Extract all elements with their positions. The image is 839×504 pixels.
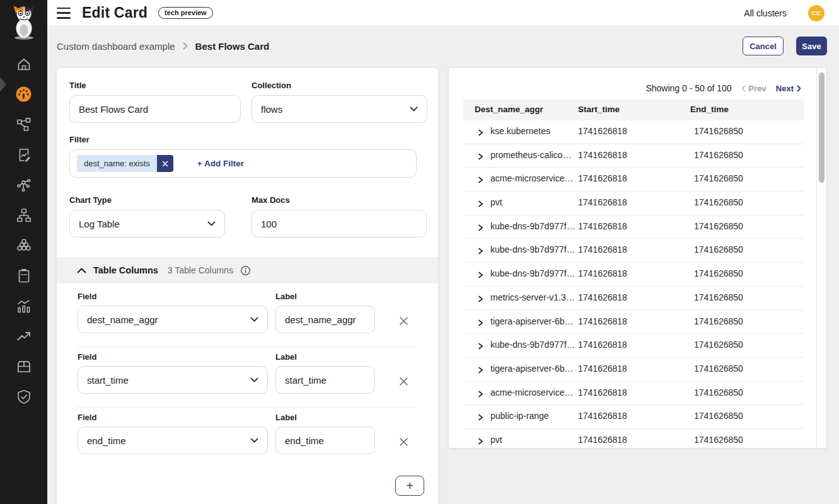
sidebar-item-dashboards-active[interactable] bbox=[14, 86, 33, 103]
sidebar-item-security[interactable] bbox=[14, 388, 33, 405]
field-label: Field bbox=[78, 413, 96, 422]
sidebar-item-analytics[interactable] bbox=[14, 297, 33, 314]
collection-select[interactable]: flows bbox=[252, 95, 427, 123]
cell-end-time: 1741626850 bbox=[694, 340, 743, 350]
table-row[interactable]: prometheus-calico… 1741626818 1741626850 bbox=[463, 144, 804, 168]
cell-dest-name-aggr: acme-microservice… bbox=[490, 173, 573, 183]
chevron-down-icon bbox=[410, 106, 418, 112]
scrollbar-thumb[interactable] bbox=[819, 72, 825, 183]
field-select[interactable]: end_time bbox=[78, 427, 268, 454]
max-docs-input[interactable] bbox=[252, 210, 427, 238]
expand-row-icon[interactable] bbox=[478, 343, 483, 350]
expand-row-icon[interactable] bbox=[478, 295, 483, 302]
sidebar-item-service-graph[interactable] bbox=[14, 116, 33, 133]
expand-row-icon[interactable] bbox=[478, 153, 483, 160]
filter-box[interactable]: dest_name: exists + Add Filter bbox=[69, 149, 417, 178]
info-icon[interactable] bbox=[240, 265, 251, 276]
expand-row-icon[interactable] bbox=[478, 248, 483, 255]
chevron-left-icon bbox=[741, 85, 746, 92]
cell-start-time: 1741626818 bbox=[578, 340, 627, 350]
column-label-input[interactable] bbox=[275, 427, 375, 454]
table-row[interactable]: kse.kubernetes 1741626818 1741626850 bbox=[463, 120, 804, 144]
cell-start-time: 1741626818 bbox=[578, 173, 627, 183]
table-row[interactable]: kube-dns-9b7d977f… 1741626818 1741626850 bbox=[463, 239, 804, 263]
cell-start-time: 1741626818 bbox=[578, 244, 627, 255]
expand-row-icon[interactable] bbox=[478, 272, 483, 278]
table-row[interactable]: tigera-apiserver-6b… 1741626818 17416268… bbox=[463, 358, 804, 382]
table-row[interactable]: acme-microservice… 1741626818 1741626850 bbox=[463, 382, 804, 406]
cell-start-time: 1741626818 bbox=[578, 435, 627, 445]
sidebar-item-compliance[interactable] bbox=[14, 267, 33, 284]
remove-column-button[interactable] bbox=[395, 433, 412, 450]
chart-type-select-value: Log Table bbox=[79, 219, 120, 229]
next-page-button[interactable]: Next bbox=[776, 84, 801, 93]
sidebar-item-network-graph[interactable] bbox=[14, 176, 33, 193]
avatar[interactable]: CC bbox=[808, 5, 825, 21]
add-filter-button[interactable]: + Add Filter bbox=[197, 159, 244, 168]
expand-row-icon[interactable] bbox=[478, 414, 483, 421]
table-row[interactable]: metrics-server-v1.3… 1741626818 17416268… bbox=[463, 287, 804, 311]
cell-end-time: 1741626850 bbox=[694, 387, 743, 398]
chart-type-select[interactable]: Log Table bbox=[69, 210, 225, 238]
remove-column-button[interactable] bbox=[395, 372, 412, 390]
table-row[interactable]: acme-microservice… 1741626818 1741626850 bbox=[463, 168, 804, 192]
remove-column-button[interactable] bbox=[395, 312, 412, 329]
title-input[interactable] bbox=[69, 95, 241, 123]
expand-row-icon[interactable] bbox=[478, 391, 483, 398]
title-label: Title bbox=[69, 81, 86, 90]
chevron-down-icon bbox=[207, 221, 216, 226]
scrollbar-track[interactable] bbox=[816, 68, 826, 448]
prev-label: Prev bbox=[749, 84, 767, 93]
expand-row-icon[interactable] bbox=[478, 367, 483, 374]
breadcrumb-parent[interactable]: Custom dashboard example bbox=[57, 41, 175, 52]
cell-dest-name-aggr: kube-dns-9b7d977f… bbox=[490, 221, 576, 231]
table-row[interactable]: kube-dns-9b7d977f… 1741626818 1741626850 bbox=[463, 334, 804, 358]
table-row[interactable]: tigera-apiserver-6b… 1741626818 17416268… bbox=[463, 311, 804, 335]
cancel-button[interactable]: Cancel bbox=[743, 37, 784, 55]
field-select[interactable]: dest_name_aggr bbox=[78, 306, 268, 333]
field-select[interactable]: start_time bbox=[78, 366, 268, 394]
close-icon bbox=[399, 377, 408, 386]
preview-table: Dest_name_aggr Start_time End_time kse.k… bbox=[463, 100, 804, 448]
filter-chip-remove-button[interactable] bbox=[157, 155, 173, 172]
sidebar-item-clusters[interactable] bbox=[14, 237, 33, 254]
expand-row-icon[interactable] bbox=[478, 176, 483, 183]
column-label-input[interactable] bbox=[275, 366, 375, 394]
network-molecule-icon bbox=[16, 177, 32, 193]
column-label-input[interactable] bbox=[275, 306, 375, 333]
tech-preview-badge: tech preview bbox=[158, 7, 213, 19]
expand-row-icon[interactable] bbox=[478, 319, 483, 326]
table-row[interactable]: public-ip-range 1741626818 1741626850 bbox=[463, 405, 804, 429]
expand-row-icon[interactable] bbox=[478, 224, 483, 231]
save-button[interactable]: Save bbox=[796, 37, 827, 55]
sidebar-item-packages[interactable] bbox=[14, 358, 33, 375]
sidebar-item-trends[interactable] bbox=[14, 328, 33, 345]
cell-start-time: 1741626818 bbox=[578, 411, 627, 421]
table-row[interactable]: pvt 1741626818 1741626850 bbox=[463, 429, 804, 448]
sidebar-item-report-editor[interactable] bbox=[14, 146, 33, 163]
clipboard-icon bbox=[16, 268, 32, 284]
label-label: Label bbox=[275, 413, 297, 422]
app-logo[interactable] bbox=[0, 0, 47, 49]
prev-page-button[interactable]: Prev bbox=[741, 84, 767, 93]
table-row[interactable]: kube-dns-9b7d977f… 1741626818 1741626850 bbox=[463, 263, 804, 287]
menu-toggle-button[interactable] bbox=[57, 8, 72, 19]
trending-up-icon bbox=[16, 328, 32, 345]
card-preview-panel: Showing 0 - 50 of 100 Prev Next Dest_nam… bbox=[449, 68, 826, 448]
table-row[interactable]: kube-dns-9b7d977f… 1741626818 1741626850 bbox=[463, 215, 804, 239]
sidebar-item-home[interactable] bbox=[14, 55, 33, 72]
expand-row-icon[interactable] bbox=[478, 129, 483, 136]
cell-dest-name-aggr: prometheus-calico… bbox=[490, 150, 571, 160]
shield-check-icon bbox=[16, 389, 32, 405]
expand-row-icon[interactable] bbox=[478, 438, 483, 445]
cell-dest-name-aggr: pvt bbox=[490, 435, 502, 445]
cell-end-time: 1741626850 bbox=[694, 244, 743, 255]
table-columns-rows: Field Label dest_name_aggr Field Label s… bbox=[57, 286, 438, 467]
add-column-button[interactable]: + bbox=[395, 476, 424, 496]
sidebar-item-topology[interactable] bbox=[14, 207, 33, 224]
table-row[interactable]: pvt 1741626818 1741626850 bbox=[463, 192, 804, 215]
bar-line-chart-icon bbox=[16, 298, 32, 314]
expand-row-icon[interactable] bbox=[478, 200, 483, 207]
cluster-selector[interactable]: All clusters bbox=[744, 8, 787, 18]
table-columns-section-header[interactable]: Table Columns 3 Table Columns bbox=[57, 257, 438, 284]
